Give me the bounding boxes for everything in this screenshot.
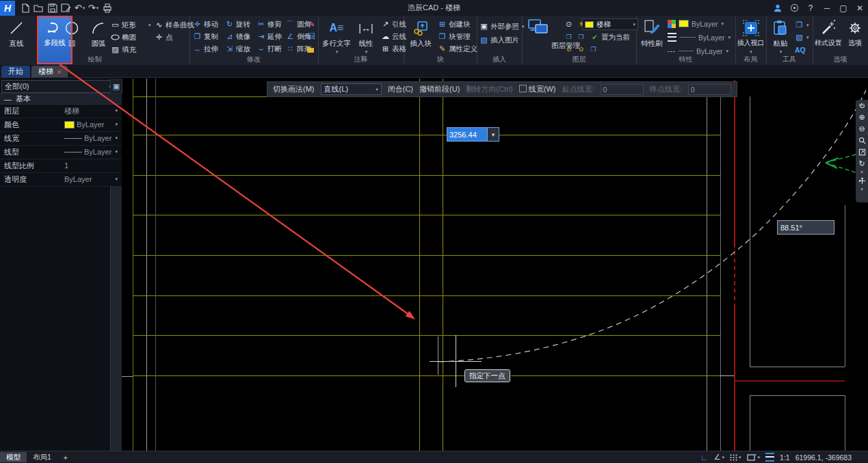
draw-mode-select[interactable]: 直线(L) ▾ [321,83,382,95]
orbit-dropdown[interactable]: ▾ [856,170,868,175]
move-view-button[interactable] [856,175,868,187]
chevron-down-icon[interactable]: ▾ [148,23,151,28]
block-manager-button[interactable]: ❐块管理 [438,31,471,42]
zoom-out-button[interactable]: ⊖ [856,123,868,135]
find-replace-button[interactable]: AQ [795,44,806,55]
prop-row-lineweight[interactable]: 线宽 ByLayer▾ [0,131,122,146]
copy-tool-button[interactable]: ❐复制 [193,31,218,42]
copy-clip-button[interactable]: ❐▾ [795,20,809,30]
user-account-button[interactable] [770,0,786,16]
stretch-tool-button[interactable]: ↔拉伸 [193,44,218,54]
zoom-extents-button[interactable] [856,146,868,158]
create-block-button[interactable]: ⊞创建块 [438,19,471,29]
linear-dimension-button[interactable]: |↔| 线性 ▾ [354,18,378,56]
model-tab[interactable]: 模型 [0,452,27,462]
point-tool-button[interactable]: ✛点 [155,32,173,42]
annotation-scale[interactable]: 1:1 [780,453,790,462]
explode-tool-button[interactable] [307,44,314,54]
zoom-in-button[interactable]: ⊕ [856,111,868,123]
new-file-button[interactable] [18,1,31,14]
lineweight-toggle[interactable] [765,453,774,462]
add-layout-button[interactable]: + [57,452,74,462]
offset-tool-button[interactable]: 回 [307,31,316,42]
options-button[interactable]: 选项 [844,18,866,47]
layer-merge-icon[interactable]: ❐ [589,45,598,54]
rotate-tool-button[interactable]: ↻旋转 [225,19,250,29]
save-as-button[interactable] [60,1,73,14]
pan-button[interactable] [856,100,868,111]
close-button[interactable]: ✕ [852,0,868,16]
insert-block-button[interactable]: 插入块 [406,18,435,47]
tab-start[interactable]: 开始 [1,66,30,77]
help-button[interactable]: ? [802,0,819,16]
line-tool-button[interactable]: 直线 [3,18,30,47]
undo-segment-button[interactable]: 撤销前段(U) [419,84,460,94]
end-width-input[interactable]: 0 [688,84,731,95]
color-control[interactable]: ByLayer ▾ [668,18,724,29]
open-file-button[interactable] [32,1,45,14]
ortho-toggle[interactable]: ∟ [700,453,709,462]
minimize-button[interactable]: ─ [819,0,835,16]
layer-combo[interactable]: 楼梯 ▾ [582,18,638,30]
prop-row-layer[interactable]: 图层 楼梯▾ [0,104,122,118]
dynamic-input-spinner[interactable]: ▾ [487,128,499,141]
section-basic[interactable]: — 基本 [0,93,122,105]
move-view-dropdown[interactable]: ▾ [856,187,868,192]
attribute-define-button[interactable]: ✎属性定义 [438,44,477,54]
layer-visibility-eye-icon[interactable]: ⊙ [564,20,573,29]
snap-grid-toggle[interactable]: ▾ [730,454,741,461]
prop-row-color[interactable]: 颜色 ByLayer▾ [0,118,122,132]
mirror-tool-button[interactable]: ⊿镜像 [225,31,250,42]
layer-walk-icon[interactable]: ⊙ [564,45,573,54]
orbit-button[interactable]: ↻ [856,158,868,170]
mtext-button[interactable]: A≡ 多行文字 ▾ [321,18,352,56]
paste-button[interactable]: 粘贴 ▾ [769,18,792,56]
layer-isolate-icon[interactable]: ❐ [564,33,573,42]
undo-button[interactable]: ↶▾ [73,1,86,14]
layer-manager-button[interactable] [527,18,551,41]
dynamic-input-box[interactable]: 3256.44 ▾ [447,127,499,142]
close-tab-icon[interactable]: × [57,68,61,76]
break-tool-button[interactable]: ⌣打断 [257,44,282,54]
table-button[interactable]: ⊞表格 [381,44,406,54]
style-settings-button[interactable]: 样式设置 [814,18,843,47]
leader-button[interactable]: ↗引线 [381,19,406,29]
tab-document[interactable]: 楼梯 × [31,66,68,77]
prop-row-linetype[interactable]: 线型 ByLayer▾ [0,145,122,159]
zoom-window-button[interactable] [856,135,868,146]
extend-tool-button[interactable]: ⇥延伸 [257,31,282,42]
prop-row-linetype-scale[interactable]: 线型比例 1 [0,159,122,173]
revision-cloud-button[interactable]: ☁云线 [381,31,406,42]
quick-select-button[interactable]: ▣ [110,79,122,94]
rectangle-tool-button[interactable]: ▭矩形 [111,20,136,30]
selection-filter-dropdown[interactable]: 全部(0) ▾ [1,80,115,93]
redo-button[interactable]: ↷▾ [87,1,100,14]
scale-tool-button[interactable]: ⇲缩放 [225,44,250,54]
panel-scrollbar[interactable] [110,186,122,451]
circle-tool-button[interactable]: 圆 [60,18,83,47]
save-button[interactable] [46,1,59,14]
insert-image-button[interactable]: ▧插入图片 [479,35,519,45]
insert-viewport-button[interactable]: 插入视口 ▾ [736,18,765,56]
checkbox-icon[interactable] [519,85,527,92]
hatch-tool-button[interactable]: ▨填充 [111,44,136,55]
erase-tool-button[interactable]: ✎ [307,19,316,29]
maximize-button[interactable]: ▢ [835,0,852,16]
cloud-service-button[interactable] [786,0,802,16]
width-option[interactable]: 线宽(W) [519,84,556,94]
layout1-tab[interactable]: 布局1 [27,452,57,462]
spline-tool-button[interactable]: ∿样条曲线 [155,20,194,30]
match-properties-button[interactable]: 特性刷 [639,18,665,47]
set-current-layer-button[interactable]: ✔ 置为当前 [590,32,630,42]
move-tool-button[interactable]: ✛移动 [193,19,218,29]
start-width-input[interactable]: 0 [601,84,644,95]
print-button[interactable] [101,1,114,14]
layer-unisolate-icon[interactable]: ❐ [577,33,586,42]
lineweight-control[interactable]: ByLayer ▾ [668,32,731,42]
layer-off-icon[interactable]: ⊙ [577,45,586,54]
prop-row-transparency[interactable]: 透明度 ByLayer▾ [0,172,122,187]
dynamic-input-value[interactable]: 3256.44 [447,128,487,141]
trim-tool-button[interactable]: ✂修剪 [257,19,282,29]
arc-tool-button[interactable]: 圆弧 [86,18,111,47]
polar-toggle[interactable]: ∠▾ [714,453,724,462]
